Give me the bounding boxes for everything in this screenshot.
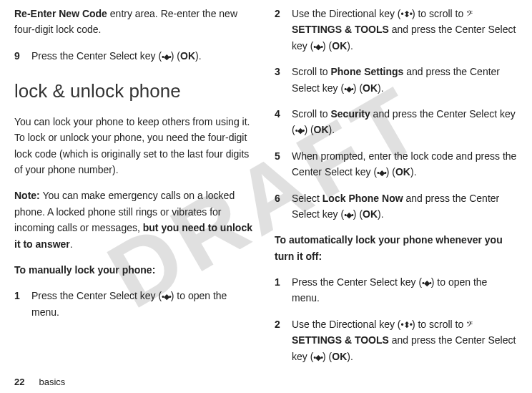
ok-label: OK (314, 124, 329, 135)
text: Use the Directional key ( (292, 8, 401, 19)
footer-section-name: basics (39, 377, 65, 387)
phone-settings-label: Phone Settings (330, 66, 403, 77)
center-select-icon: •◆• (162, 291, 171, 304)
text: ). (329, 124, 335, 135)
text: ) to scroll to (412, 8, 466, 19)
left-column: Re-Enter New Code entry area. Re-enter t… (14, 6, 257, 374)
text: Select (292, 193, 322, 204)
step-2: 2 Use the Directional key (•⬍•) to scrol… (275, 6, 518, 54)
ok-label: OK (395, 166, 410, 178)
text: ) to scroll to (412, 319, 466, 330)
text: Scroll to (292, 108, 330, 120)
page-number: 22 (14, 377, 24, 387)
two-column-layout: Re-Enter New Code entry area. Re-enter t… (14, 6, 518, 374)
ok-label: OK (332, 351, 347, 362)
text: Press the Center Select key ( (31, 50, 162, 62)
step-1: 1 Press the Center Select key (•◆•) to o… (14, 288, 257, 320)
ok-label: OK (363, 208, 378, 220)
text: ) ( (353, 82, 363, 94)
text: ) ( (171, 50, 180, 62)
paragraph: You can lock your phone to keep others f… (14, 114, 257, 178)
text: ) ( (353, 208, 363, 220)
section-heading: lock & unlock phone (14, 77, 257, 107)
center-select-icon: •◆• (422, 277, 431, 290)
step-number: 4 (275, 106, 292, 138)
step-number: 1 (275, 274, 292, 306)
text: ). (347, 40, 353, 52)
page-footer: 22basics (14, 377, 65, 387)
step-number: 1 (14, 288, 31, 320)
center-select-icon: •◆• (344, 209, 353, 222)
center-select-icon: •◆• (162, 51, 171, 64)
sub-heading: To manually lock your phone: (14, 262, 257, 278)
step-6: 6 Select Lock Phone Now and press the Ce… (275, 190, 518, 223)
directional-icon: •⬍• (401, 8, 412, 21)
text: ). (378, 208, 384, 220)
settings-tools-label: SETTINGS & TOOLS (292, 24, 389, 35)
step-number: 9 (14, 48, 31, 64)
text: ) ( (322, 40, 332, 52)
ok-label: OK (180, 50, 195, 62)
step-body: When prompted, enter the lock code and p… (292, 148, 518, 180)
step-4: 4 Scroll to Security and press the Cente… (275, 106, 518, 138)
settings-tools-icon: 𝄢 (466, 6, 473, 22)
text: ). (410, 166, 417, 178)
center-select-icon: •◆• (377, 167, 386, 180)
security-label: Security (330, 108, 370, 120)
settings-tools-label: SETTINGS & TOOLS (292, 334, 389, 346)
text: Press the Center Select key ( (31, 290, 162, 301)
right-column: 2 Use the Directional key (•⬍•) to scrol… (275, 6, 518, 374)
step-body: Press the Center Select key (•◆•) to ope… (292, 274, 518, 306)
step-5: 5 When prompted, enter the lock code and… (275, 148, 518, 180)
step-number: 6 (275, 190, 292, 223)
step-body: Press the Center Select key (•◆•) to ope… (31, 288, 257, 320)
text: Use the Directional key ( (292, 319, 401, 330)
auto-step-1: 1 Press the Center Select key (•◆•) to o… (275, 274, 518, 306)
ok-label: OK (332, 40, 347, 52)
lock-phone-now-label: Lock Phone Now (322, 193, 403, 204)
reenter-code-label: Re-Enter New Code (14, 8, 107, 19)
ok-label: OK (363, 82, 378, 94)
text: ) ( (322, 351, 332, 362)
step-body: Use the Directional key (•⬍•) to scroll … (292, 6, 518, 54)
sub-heading: To automatically lock your phone wheneve… (275, 232, 518, 264)
text: . (70, 238, 73, 250)
step-number: 2 (275, 316, 292, 364)
text: ). (195, 50, 202, 62)
settings-tools-icon: 𝄢 (466, 317, 473, 333)
text: ) ( (386, 166, 395, 178)
center-select-icon: •◆• (344, 83, 353, 96)
step-3: 3 Scroll to Phone Settings and press the… (275, 64, 518, 96)
step-number: 5 (275, 148, 292, 180)
text: Scroll to (292, 66, 330, 77)
step-9: 9 Press the Center Select key (•◆•) (OK)… (14, 48, 257, 64)
opening-fragment: Re-Enter New Code entry area. Re-enter t… (14, 6, 257, 38)
center-select-icon: •◆• (295, 125, 305, 137)
auto-step-2: 2 Use the Directional key (•⬍•) to scrol… (275, 316, 518, 364)
text: ). (347, 351, 353, 362)
text: ) ( (304, 124, 313, 135)
center-select-icon: •◆• (313, 351, 322, 364)
note-paragraph: Note: You can make emergency calls on a … (14, 188, 257, 252)
text: ). (378, 82, 384, 94)
step-body: Press the Center Select key (•◆•) (OK). (31, 48, 257, 64)
step-body: Scroll to Security and press the Center … (292, 106, 518, 138)
step-body: Scroll to Phone Settings and press the C… (292, 64, 518, 96)
note-label: Note: (14, 190, 40, 201)
step-body: Select Lock Phone Now and press the Cent… (292, 190, 518, 223)
step-body: Use the Directional key (•⬍•) to scroll … (292, 316, 518, 364)
center-select-icon: •◆• (313, 41, 322, 54)
step-number: 2 (275, 6, 292, 54)
text: Press the Center Select key ( (292, 276, 422, 288)
directional-icon: •⬍• (401, 319, 412, 332)
step-number: 3 (275, 64, 292, 96)
